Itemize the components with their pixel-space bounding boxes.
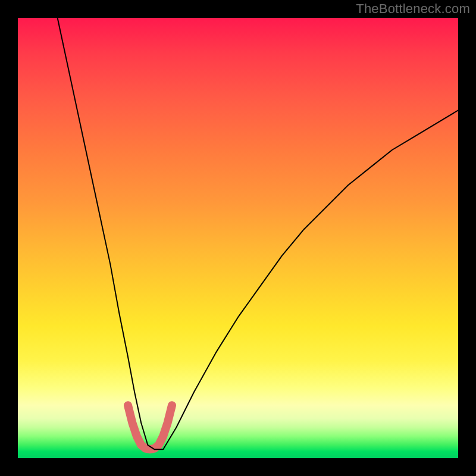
- curve-layer: [18, 18, 458, 458]
- plot-area: [18, 18, 458, 458]
- primary-curve: [58, 18, 458, 449]
- chart-frame: TheBottleneck.com: [0, 0, 476, 476]
- bottom-highlight: [128, 405, 172, 449]
- watermark-text: TheBottleneck.com: [356, 1, 470, 17]
